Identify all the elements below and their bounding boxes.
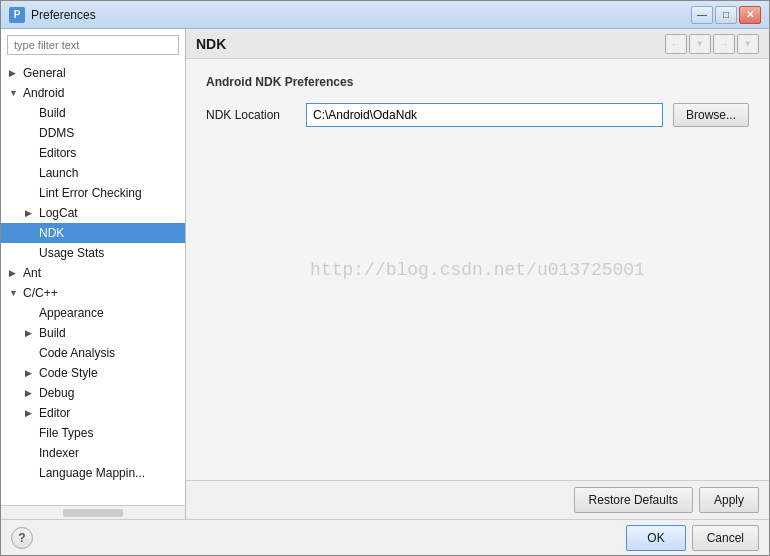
tree-arrow: ▶ (25, 208, 39, 218)
tree-item-label: Android (23, 86, 64, 100)
tree-item-ndk[interactable]: NDK (1, 223, 185, 243)
watermark: http://blog.csdn.net/u013725001 (310, 260, 645, 280)
tree-item-label: Indexer (39, 446, 79, 460)
ndk-location-input[interactable] (306, 103, 663, 127)
tree-item-label: Code Analysis (39, 346, 115, 360)
nav-back-button[interactable]: ← (665, 34, 687, 54)
tree-item-editors[interactable]: Editors (1, 143, 185, 163)
nav-forward-button[interactable]: → (713, 34, 735, 54)
tree-item-label: LogCat (39, 206, 78, 220)
tree-area: ▶ General ▼ Android Build DDMS Editors L… (1, 61, 185, 505)
tree-item-launch[interactable]: Launch (1, 163, 185, 183)
horizontal-scrollbar[interactable] (1, 505, 185, 519)
tree-item-label: Usage Stats (39, 246, 104, 260)
tree-item-lint-error-checking[interactable]: Lint Error Checking (1, 183, 185, 203)
tree-item-logcat[interactable]: ▶ LogCat (1, 203, 185, 223)
tree-item-label: C/C++ (23, 286, 58, 300)
tree-item-label: Ant (23, 266, 41, 280)
right-panel-title: NDK (196, 36, 226, 52)
tree-item-label: Build (39, 106, 66, 120)
nav-dropdown-back-button[interactable]: ▾ (689, 34, 711, 54)
tree-item-language-mapping[interactable]: Language Mappin... (1, 463, 185, 483)
tree-item-label: Editor (39, 406, 70, 420)
tree-item-editor[interactable]: ▶ Editor (1, 403, 185, 423)
tree-item-cpp[interactable]: ▼ C/C++ (1, 283, 185, 303)
tree-item-android[interactable]: ▼ Android (1, 83, 185, 103)
cancel-button[interactable]: Cancel (692, 525, 759, 551)
tree-item-label: Debug (39, 386, 74, 400)
apply-button[interactable]: Apply (699, 487, 759, 513)
tree-item-usage-stats[interactable]: Usage Stats (1, 243, 185, 263)
tree-item-general[interactable]: ▶ General (1, 63, 185, 83)
nav-buttons: ← ▾ → ▾ (665, 34, 759, 54)
tree-item-label: NDK (39, 226, 64, 240)
close-button[interactable]: ✕ (739, 6, 761, 24)
tree-item-indexer[interactable]: Indexer (1, 443, 185, 463)
preferences-window: P Preferences — □ ✕ ▶ General ▼ Android … (0, 0, 770, 556)
title-bar-buttons: — □ ✕ (691, 6, 761, 24)
tree-arrow: ▶ (9, 268, 23, 278)
tree-item-label: Editors (39, 146, 76, 160)
tree-item-label: File Types (39, 426, 93, 440)
ndk-location-row: NDK Location Browse... (206, 103, 749, 127)
tree-item-ddms[interactable]: DDMS (1, 123, 185, 143)
title-bar: P Preferences — □ ✕ (1, 1, 769, 29)
tree-item-label: Launch (39, 166, 78, 180)
restore-defaults-button[interactable]: Restore Defaults (574, 487, 693, 513)
tree-item-label: Build (39, 326, 66, 340)
filter-input[interactable] (7, 35, 179, 55)
tree-arrow: ▼ (9, 288, 23, 298)
window-title: Preferences (31, 8, 691, 22)
ok-button[interactable]: OK (626, 525, 685, 551)
tree-item-label: DDMS (39, 126, 74, 140)
tree-item-label: Code Style (39, 366, 98, 380)
tree-item-code-analysis[interactable]: Code Analysis (1, 343, 185, 363)
browse-button[interactable]: Browse... (673, 103, 749, 127)
minimize-button[interactable]: — (691, 6, 713, 24)
section-title: Android NDK Preferences (206, 75, 749, 89)
tree-item-cpp-build[interactable]: ▶ Build (1, 323, 185, 343)
help-button[interactable]: ? (11, 527, 33, 549)
tree-item-debug[interactable]: ▶ Debug (1, 383, 185, 403)
nav-dropdown-forward-button[interactable]: ▾ (737, 34, 759, 54)
tree-arrow: ▶ (25, 388, 39, 398)
tree-item-label: Lint Error Checking (39, 186, 142, 200)
tree-item-code-style[interactable]: ▶ Code Style (1, 363, 185, 383)
tree-item-build[interactable]: Build (1, 103, 185, 123)
tree-arrow: ▼ (9, 88, 23, 98)
tree-item-ant[interactable]: ▶ Ant (1, 263, 185, 283)
maximize-button[interactable]: □ (715, 6, 737, 24)
tree-item-label: Appearance (39, 306, 104, 320)
ndk-location-label: NDK Location (206, 108, 296, 122)
footer: ? OK Cancel (1, 519, 769, 555)
window-icon: P (9, 7, 25, 23)
tree-item-appearance[interactable]: Appearance (1, 303, 185, 323)
tree-arrow: ▶ (9, 68, 23, 78)
footer-right-buttons: OK Cancel (626, 525, 759, 551)
tree-item-label: Language Mappin... (39, 466, 145, 480)
bottom-bar: Restore Defaults Apply (186, 480, 769, 519)
tree-arrow: ▶ (25, 408, 39, 418)
right-content: Android NDK Preferences NDK Location Bro… (186, 59, 769, 480)
left-panel: ▶ General ▼ Android Build DDMS Editors L… (1, 29, 186, 519)
tree-arrow: ▶ (25, 368, 39, 378)
main-content: ▶ General ▼ Android Build DDMS Editors L… (1, 29, 769, 519)
tree-arrow: ▶ (25, 328, 39, 338)
right-top-bar: NDK ← ▾ → ▾ (186, 29, 769, 59)
right-panel: NDK ← ▾ → ▾ Android NDK Preferences NDK … (186, 29, 769, 519)
tree-item-file-types[interactable]: File Types (1, 423, 185, 443)
tree-item-label: General (23, 66, 66, 80)
